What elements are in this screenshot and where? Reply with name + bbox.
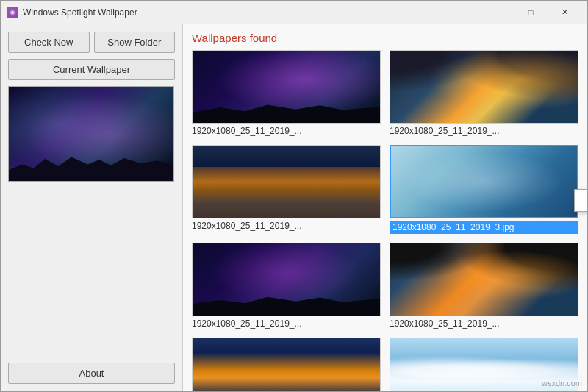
spacer [8, 188, 175, 357]
grid-item-3[interactable]: 1920x1080_25_11_2019_3.jpg Set As Deskto… [390, 145, 578, 234]
item-label-2: 1920x1080_25_11_2019_... [192, 221, 381, 231]
mountain-4 [193, 290, 380, 316]
current-wallpaper-button[interactable]: Current Wallpaper [8, 59, 175, 80]
thumb-4 [192, 243, 381, 316]
wallpaper-grid: 1920x1080_25_11_2019_... 1920x1080_25_11… [192, 50, 581, 391]
maximize-button[interactable]: □ [514, 1, 548, 24]
wallpapers-header: Wallpapers found [183, 24, 587, 50]
item-label-0: 1920x1080_25_11_2019_... [192, 126, 381, 136]
window-title: Windows Spotlight Wallpaper [23, 7, 480, 18]
item-label-1: 1920x1080_25_11_2019_... [390, 126, 578, 136]
title-bar: Windows Spotlight Wallpaper ─ □ ✕ [1, 1, 587, 24]
thumb-2 [192, 145, 381, 218]
thumb-0 [192, 50, 381, 124]
close-button[interactable]: ✕ [548, 1, 581, 24]
context-menu: Set As Desktop Background [574, 189, 587, 212]
right-panel: Wallpapers found 1920x1080_25_11_2019_..… [183, 24, 587, 391]
watermark: wsxdn.com [542, 379, 582, 388]
top-button-row: Check Now Show Folder [8, 32, 175, 53]
set-desktop-bg-menu-item[interactable]: Set As Desktop Background [575, 191, 587, 210]
check-now-button[interactable]: Check Now [8, 32, 90, 53]
window-controls: ─ □ ✕ [480, 1, 581, 24]
main-window: Windows Spotlight Wallpaper ─ □ ✕ Check … [0, 0, 588, 392]
mountain-0 [193, 97, 380, 123]
thumb-1 [390, 50, 578, 124]
minimize-button[interactable]: ─ [480, 1, 514, 24]
grid-container[interactable]: 1920x1080_25_11_2019_... 1920x1080_25_11… [183, 50, 587, 391]
grid-item-4[interactable]: 1920x1080_25_11_2019_... [192, 243, 381, 329]
about-button[interactable]: About [8, 363, 175, 384]
item-label-3: 1920x1080_25_11_2019_3.jpg [390, 221, 578, 234]
app-icon [7, 7, 18, 18]
grid-item-2[interactable]: 1920x1080_25_11_2019_... [192, 145, 381, 234]
item-label-5: 1920x1080_25_11_2019_... [390, 318, 578, 329]
thumb-6 [192, 338, 381, 391]
grid-item-5[interactable]: 1920x1080_25_11_2019_... [390, 243, 578, 329]
thumb-3 [390, 145, 578, 218]
left-panel: Check Now Show Folder Current Wallpaper … [1, 24, 183, 391]
item-label-4: 1920x1080_25_11_2019_... [192, 318, 381, 329]
show-folder-button[interactable]: Show Folder [94, 32, 176, 53]
current-wallpaper-preview [8, 86, 174, 182]
grid-item-1[interactable]: 1920x1080_25_11_2019_... [390, 50, 578, 136]
thumb-5 [390, 243, 578, 316]
grid-item-6[interactable] [192, 338, 381, 391]
mountain-silhouette [9, 144, 173, 181]
main-content: Check Now Show Folder Current Wallpaper … [1, 24, 587, 391]
svg-point-2 [12, 11, 14, 13]
grid-item-0[interactable]: 1920x1080_25_11_2019_... [192, 50, 381, 136]
